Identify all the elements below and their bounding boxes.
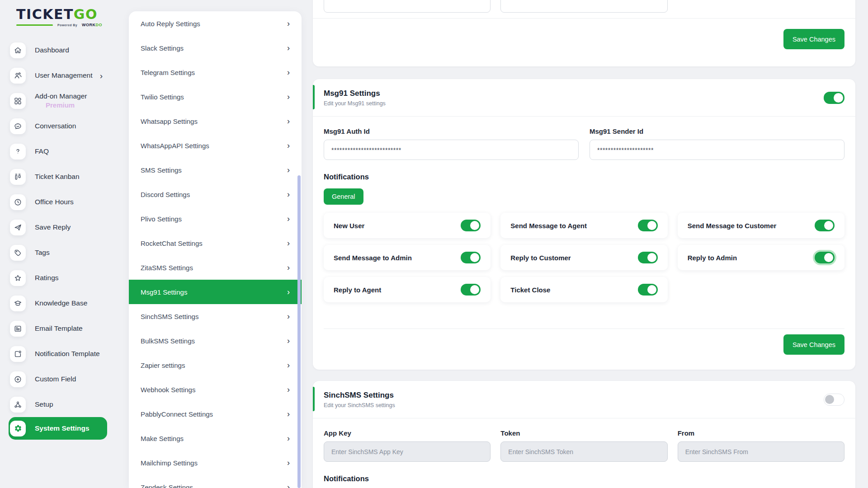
chevron-right-icon: ›	[287, 434, 290, 442]
sidebar-item-setup[interactable]: Setup	[0, 392, 129, 417]
settings-submenu-list: Auto Reply Settings›Slack Settings›Teleg…	[129, 11, 302, 488]
sidebar-item-label: User Management	[35, 71, 93, 80]
msg91-card-title: Msg91 Settings	[324, 89, 386, 98]
sidebar-item-label: FAQ	[35, 147, 49, 156]
submenu-item-label: SinchSMS Settings	[141, 313, 198, 320]
submenu-item-label: Mailchimp Settings	[141, 459, 198, 467]
submenu-item-webhook-settings[interactable]: Webhook Settings›	[129, 377, 302, 402]
general-tab-button[interactable]: General	[324, 188, 363, 205]
submenu-item-discord-settings[interactable]: Discord Settings›	[129, 182, 302, 206]
notification-label: Reply to Customer	[510, 254, 571, 262]
msg91-sender-id-input[interactable]	[590, 140, 844, 160]
chevron-right-icon: ›	[287, 288, 290, 296]
submenu-item-sinchsms-settings[interactable]: SinchSMS Settings›	[129, 304, 302, 328]
previous-card-input-1[interactable]	[324, 0, 491, 13]
sidebar-item-user-management[interactable]: User Management›	[0, 63, 129, 88]
sidebar-item-knowledge-base[interactable]: Knowledge Base	[0, 291, 129, 316]
kanban-icon	[10, 169, 26, 185]
send-message-to-admin-toggle[interactable]	[461, 252, 481, 263]
clock-icon	[10, 194, 26, 210]
sidebar-item-text: Save Reply	[35, 223, 71, 232]
submenu-item-whatsapp-settings[interactable]: Whatsapp Settings›	[129, 109, 302, 133]
app-root: TICKETGO Powered By WORKDO DashboardUser…	[0, 0, 868, 488]
submenu-item-whatsappapi-settings[interactable]: WhatsAppAPI Settings›	[129, 133, 302, 158]
brand-title: TICKETGO	[16, 6, 129, 22]
reply-to-agent-toggle[interactable]	[461, 284, 481, 296]
grid-icon	[10, 93, 26, 109]
sidebar-item-notification-template[interactable]: Notification Template	[0, 341, 129, 366]
submenu-item-twilio-settings[interactable]: Twilio Settings›	[129, 84, 302, 109]
sidebar-nav: DashboardUser Management›Add-on ManagerP…	[0, 38, 129, 440]
msg91-notification-toggles: New UserSend Message to AgentSend Messag…	[324, 213, 844, 302]
submenu-item-plivo-settings[interactable]: Plivo Settings›	[129, 206, 302, 231]
submenu-item-zitasms-settings[interactable]: ZitaSMS Settings›	[129, 255, 302, 280]
sinchsms-enable-toggle[interactable]	[824, 394, 844, 406]
powered-by-brand: WORKDO	[82, 23, 102, 27]
sidebar-item-office-hours[interactable]: Office Hours	[0, 189, 129, 215]
submenu-item-sms-settings[interactable]: SMS Settings›	[129, 158, 302, 182]
sidebar-item-dashboard[interactable]: Dashboard	[0, 38, 129, 63]
send-message-to-customer-toggle[interactable]	[815, 220, 835, 231]
sidebar-item-faq[interactable]: FAQ	[0, 139, 129, 164]
field-label: Msg91 Sender Id	[590, 127, 844, 135]
submenu-item-mailchimp-settings[interactable]: Mailchimp Settings›	[129, 450, 302, 475]
notification-label: New User	[334, 222, 364, 230]
submenu-scrollbar[interactable]	[297, 175, 301, 488]
submenu-item-make-settings[interactable]: Make Settings›	[129, 426, 302, 450]
msg91-enable-toggle[interactable]	[824, 92, 844, 104]
ticket-close-toggle[interactable]	[638, 284, 658, 296]
save-changes-button[interactable]: Save Changes	[783, 29, 844, 49]
submenu-item-zapier-settings[interactable]: Zapier settings›	[129, 353, 302, 377]
previous-card-input-2[interactable]	[500, 0, 667, 13]
sinchsms-fields: App KeyTokenFrom	[324, 429, 844, 462]
submenu-item-msg91-settings[interactable]: Msg91 Settings›	[129, 280, 302, 304]
sidebar-item-tags[interactable]: Tags	[0, 240, 129, 265]
submenu-item-slack-settings[interactable]: Slack Settings›	[129, 36, 302, 60]
send-message-to-agent-toggle[interactable]	[638, 220, 658, 231]
submenu-item-bulksms-settings[interactable]: BulkSMS Settings›	[129, 328, 302, 353]
submenu-item-telegram-settings[interactable]: Telegram Settings›	[129, 60, 302, 84]
chevron-right-icon: ›	[287, 337, 290, 345]
submenu-item-zendesk-settings[interactable]: Zendesk Settings›	[129, 475, 302, 488]
sidebar-item-ratings[interactable]: Ratings	[0, 265, 129, 291]
msg91-header-text: Msg91 Settings Edit your Msg91 settings	[324, 89, 386, 107]
star-icon	[10, 270, 26, 286]
submenu-item-rocketchat-settings[interactable]: RocketChat Settings›	[129, 231, 302, 255]
field-label: Token	[500, 429, 667, 437]
submenu-item-pabblyconnect-settings[interactable]: PabblyConnect Settings›	[129, 402, 302, 426]
sidebar-item-text: Dashboard	[35, 46, 69, 55]
save-changes-button[interactable]: Save Changes	[783, 334, 844, 355]
sidebar-item-text: FAQ	[35, 147, 49, 156]
app-key-input[interactable]	[324, 441, 491, 462]
field-label: App Key	[324, 429, 491, 437]
tag-icon	[10, 245, 26, 261]
chevron-right-icon: ›	[287, 141, 290, 150]
chevron-right-icon: ›	[287, 239, 290, 247]
sidebar-item-email-template[interactable]: Email Template	[0, 316, 129, 341]
sidebar-item-add-on-manager[interactable]: Add-on ManagerPremium	[0, 88, 129, 113]
sidebar-item-label: Tags	[35, 248, 50, 257]
from-input[interactable]	[678, 441, 844, 462]
token-input[interactable]	[500, 441, 667, 462]
reply-to-customer-toggle[interactable]	[638, 252, 658, 263]
submenu-item-auto-reply-settings[interactable]: Auto Reply Settings›	[129, 11, 302, 36]
msg91-auth-id-input[interactable]	[324, 140, 579, 160]
sidebar-item-custom-field[interactable]: Custom Field	[0, 366, 129, 392]
premium-badge: Premium	[46, 101, 87, 110]
msg91-card-subtitle: Edit your Msg91 settings	[324, 100, 386, 107]
sidebar-item-conversation[interactable]: Conversation	[0, 113, 129, 139]
send-icon	[10, 220, 26, 235]
sidebar-item-system-settings[interactable]: System Settings	[9, 417, 107, 440]
field-from: From	[678, 429, 844, 462]
new-user-toggle[interactable]	[461, 220, 481, 231]
brand-title-primary: TICKET	[16, 6, 74, 22]
sidebar-item-text: Setup	[35, 400, 53, 409]
chevron-right-icon: ›	[287, 44, 290, 52]
notification-card-reply-to-admin: Reply to Admin	[678, 245, 844, 270]
plus-icon	[10, 371, 26, 387]
sidebar-item-save-reply[interactable]: Save Reply	[0, 215, 129, 240]
previous-card-fields	[324, 0, 844, 13]
divider	[313, 18, 855, 19]
reply-to-admin-toggle[interactable]	[815, 252, 835, 263]
sidebar-item-ticket-kanban[interactable]: Ticket Kanban	[0, 164, 129, 189]
